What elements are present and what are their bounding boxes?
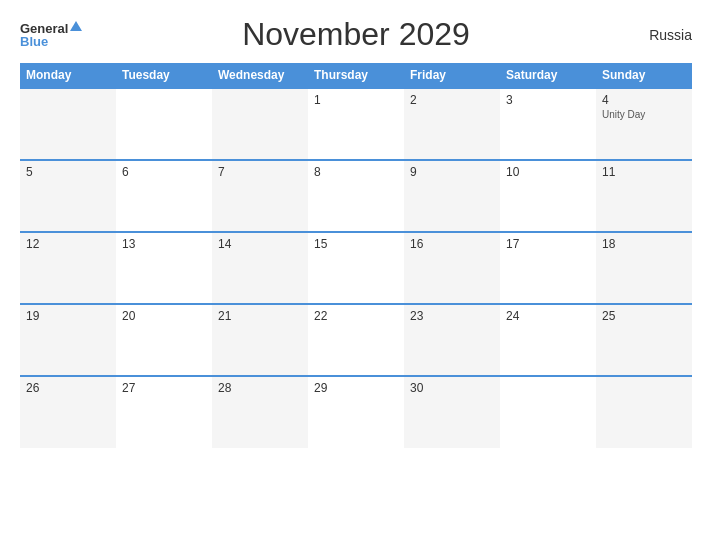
weekday-wednesday: Wednesday [212,63,308,88]
day-cell: 24 [500,304,596,376]
weekday-header-row: MondayTuesdayWednesdayThursdayFridaySatu… [20,63,692,88]
day-number: 29 [314,381,398,395]
day-cell: 25 [596,304,692,376]
month-title: November 2029 [242,16,470,53]
day-number: 22 [314,309,398,323]
day-number: 14 [218,237,302,251]
day-number: 3 [506,93,590,107]
day-number: 13 [122,237,206,251]
day-cell: 7 [212,160,308,232]
day-cell: 1 [308,88,404,160]
calendar-container: General Blue November 2029 Russia Monday… [0,0,712,550]
day-cell: 14 [212,232,308,304]
day-cell: 18 [596,232,692,304]
day-number: 18 [602,237,686,251]
day-cell: 6 [116,160,212,232]
day-cell: 20 [116,304,212,376]
day-cell [20,88,116,160]
day-cell: 9 [404,160,500,232]
day-cell: 12 [20,232,116,304]
day-cell: 11 [596,160,692,232]
event-label: Unity Day [602,109,686,120]
day-cell: 8 [308,160,404,232]
day-number: 11 [602,165,686,179]
day-number: 23 [410,309,494,323]
day-number: 15 [314,237,398,251]
day-cell: 16 [404,232,500,304]
day-number: 27 [122,381,206,395]
day-cell: 5 [20,160,116,232]
day-number: 21 [218,309,302,323]
day-number: 9 [410,165,494,179]
day-number: 28 [218,381,302,395]
weekday-thursday: Thursday [308,63,404,88]
day-cell: 28 [212,376,308,448]
week-row-4: 19202122232425 [20,304,692,376]
day-number: 1 [314,93,398,107]
day-cell: 15 [308,232,404,304]
day-cell: 22 [308,304,404,376]
day-cell: 10 [500,160,596,232]
day-cell: 21 [212,304,308,376]
week-row-3: 12131415161718 [20,232,692,304]
country-label: Russia [649,27,692,43]
day-cell: 13 [116,232,212,304]
day-cell: 30 [404,376,500,448]
day-cell: 3 [500,88,596,160]
weekday-friday: Friday [404,63,500,88]
day-cell: 2 [404,88,500,160]
week-row-5: 2627282930 [20,376,692,448]
day-number: 25 [602,309,686,323]
day-number: 8 [314,165,398,179]
day-cell: 27 [116,376,212,448]
logo-triangle-icon [70,21,82,31]
day-number: 24 [506,309,590,323]
day-number: 6 [122,165,206,179]
day-number: 26 [26,381,110,395]
week-row-2: 567891011 [20,160,692,232]
day-cell [596,376,692,448]
day-number: 16 [410,237,494,251]
day-cell: 23 [404,304,500,376]
day-number: 17 [506,237,590,251]
day-number: 10 [506,165,590,179]
day-cell [116,88,212,160]
day-cell [500,376,596,448]
day-number: 30 [410,381,494,395]
day-number: 12 [26,237,110,251]
day-number: 4 [602,93,686,107]
weekday-sunday: Sunday [596,63,692,88]
logo: General Blue [20,22,82,48]
day-cell: 4Unity Day [596,88,692,160]
day-number: 2 [410,93,494,107]
day-cell: 29 [308,376,404,448]
day-number: 20 [122,309,206,323]
day-cell: 17 [500,232,596,304]
logo-blue-text: Blue [20,35,48,48]
day-number: 7 [218,165,302,179]
day-cell: 19 [20,304,116,376]
calendar-header: General Blue November 2029 Russia [20,16,692,53]
weekday-monday: Monday [20,63,116,88]
week-row-1: 1234Unity Day [20,88,692,160]
calendar-table: MondayTuesdayWednesdayThursdayFridaySatu… [20,63,692,448]
day-cell: 26 [20,376,116,448]
day-cell [212,88,308,160]
day-number: 5 [26,165,110,179]
day-number: 19 [26,309,110,323]
weekday-saturday: Saturday [500,63,596,88]
weekday-tuesday: Tuesday [116,63,212,88]
